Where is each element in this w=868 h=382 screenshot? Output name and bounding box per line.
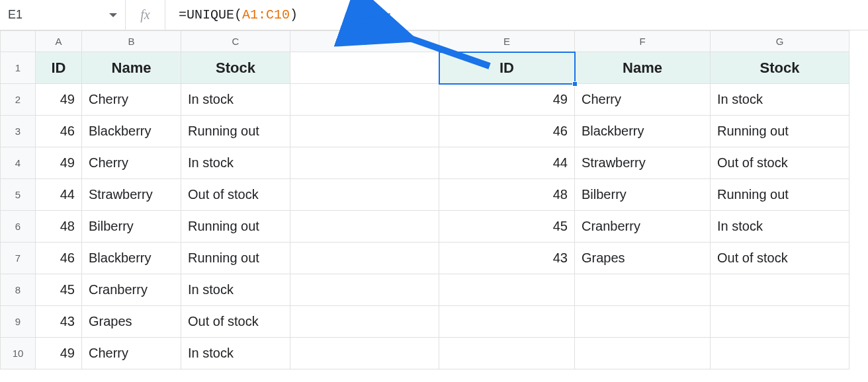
cell-B1[interactable]: Name bbox=[82, 52, 181, 84]
cell-D9[interactable] bbox=[290, 306, 439, 338]
cell-E1[interactable]: ID bbox=[439, 52, 575, 84]
col-header-B[interactable]: B bbox=[82, 31, 181, 52]
cell-F1[interactable]: Name bbox=[575, 52, 711, 84]
cell-A10[interactable]: 49 bbox=[36, 338, 82, 369]
cell-F10[interactable] bbox=[575, 338, 711, 369]
cell-C3[interactable]: Running out bbox=[181, 116, 290, 147]
spreadsheet-grid: A B C D E F G 1 ID Name Stock ID Name St… bbox=[0, 30, 868, 369]
cell-F5[interactable]: Bilberry bbox=[575, 179, 711, 211]
col-header-C[interactable]: C bbox=[181, 31, 290, 52]
col-header-D[interactable]: D bbox=[290, 31, 439, 52]
cell-D3[interactable] bbox=[290, 116, 439, 147]
cell-G2[interactable]: In stock bbox=[711, 84, 849, 116]
chevron-down-icon[interactable] bbox=[109, 13, 117, 17]
cell-E10[interactable] bbox=[439, 338, 575, 369]
table-row: 9 43 Grapes Out of stock bbox=[1, 306, 849, 338]
cell-D10[interactable] bbox=[290, 338, 439, 369]
cell-B10[interactable]: Cherry bbox=[82, 338, 181, 369]
cell-C6[interactable]: Running out bbox=[181, 211, 290, 243]
cell-F6[interactable]: Cranberry bbox=[575, 211, 711, 243]
name-box[interactable]: E1 bbox=[0, 0, 126, 30]
cell-G8[interactable] bbox=[711, 274, 849, 306]
fx-icon[interactable]: fx bbox=[126, 0, 165, 30]
cell-A1[interactable]: ID bbox=[36, 52, 82, 84]
cell-B4[interactable]: Cherry bbox=[82, 147, 181, 179]
cell-E2[interactable]: 49 bbox=[439, 84, 575, 116]
cell-C5[interactable]: Out of stock bbox=[181, 179, 290, 211]
cell-D2[interactable] bbox=[290, 84, 439, 116]
cell-G3[interactable]: Running out bbox=[711, 116, 849, 147]
cell-C9[interactable]: Out of stock bbox=[181, 306, 290, 338]
cell-F4[interactable]: Strawberry bbox=[575, 147, 711, 179]
col-header-G[interactable]: G bbox=[711, 31, 849, 52]
cell-C1[interactable]: Stock bbox=[181, 52, 290, 84]
cell-B2[interactable]: Cherry bbox=[82, 84, 181, 116]
cell-C8[interactable]: In stock bbox=[181, 274, 290, 306]
col-header-F[interactable]: F bbox=[575, 31, 711, 52]
cell-D6[interactable] bbox=[290, 211, 439, 243]
name-box-value: E1 bbox=[8, 8, 22, 22]
cell-A7[interactable]: 46 bbox=[36, 243, 82, 274]
cell-G4[interactable]: Out of stock bbox=[711, 147, 849, 179]
cell-E5[interactable]: 48 bbox=[439, 179, 575, 211]
cell-G7[interactable]: Out of stock bbox=[711, 243, 849, 274]
cell-E9[interactable] bbox=[439, 306, 575, 338]
cell-A5[interactable]: 44 bbox=[36, 179, 82, 211]
row-header-9[interactable]: 9 bbox=[1, 306, 36, 338]
table-row: 10 49 Cherry In stock bbox=[1, 338, 849, 369]
cell-B5[interactable]: Strawberry bbox=[82, 179, 181, 211]
cell-G5[interactable]: Running out bbox=[711, 179, 849, 211]
cell-D7[interactable] bbox=[290, 243, 439, 274]
cell-G10[interactable] bbox=[711, 338, 849, 369]
row-header-10[interactable]: 10 bbox=[1, 338, 36, 369]
cell-B7[interactable]: Blackberry bbox=[82, 243, 181, 274]
cell-F7[interactable]: Grapes bbox=[575, 243, 711, 274]
cell-A8[interactable]: 45 bbox=[36, 274, 82, 306]
row-header-7[interactable]: 7 bbox=[1, 243, 36, 274]
cell-B9[interactable]: Grapes bbox=[82, 306, 181, 338]
cell-G9[interactable] bbox=[711, 306, 849, 338]
cell-F2[interactable]: Cherry bbox=[575, 84, 711, 116]
cell-B3[interactable]: Blackberry bbox=[82, 116, 181, 147]
cell-A3[interactable]: 46 bbox=[36, 116, 82, 147]
cell-B8[interactable]: Cranberry bbox=[82, 274, 181, 306]
cell-A9[interactable]: 43 bbox=[36, 306, 82, 338]
cell-G1[interactable]: Stock bbox=[711, 52, 849, 84]
cell-E4[interactable]: 44 bbox=[439, 147, 575, 179]
cell-D5[interactable] bbox=[290, 179, 439, 211]
row-header-6[interactable]: 6 bbox=[1, 211, 36, 243]
cell-F9[interactable] bbox=[575, 306, 711, 338]
sheet-table[interactable]: A B C D E F G 1 ID Name Stock ID Name St… bbox=[0, 30, 849, 369]
row-header-3[interactable]: 3 bbox=[1, 116, 36, 147]
table-row: 6 48 Bilberry Running out 45 Cranberry I… bbox=[1, 211, 849, 243]
cell-C7[interactable]: Running out bbox=[181, 243, 290, 274]
col-header-A[interactable]: A bbox=[36, 31, 82, 52]
cell-A2[interactable]: 49 bbox=[36, 84, 82, 116]
row-header-1[interactable]: 1 bbox=[1, 52, 36, 84]
cell-D8[interactable] bbox=[290, 274, 439, 306]
table-row: 8 45 Cranberry In stock bbox=[1, 274, 849, 306]
cell-F3[interactable]: Blackberry bbox=[575, 116, 711, 147]
cell-A6[interactable]: 48 bbox=[36, 211, 82, 243]
cell-E3[interactable]: 46 bbox=[439, 116, 575, 147]
formula-input[interactable]: =UNIQUE(A1:C10) bbox=[165, 0, 868, 30]
cell-G6[interactable]: In stock bbox=[711, 211, 849, 243]
cell-A4[interactable]: 49 bbox=[36, 147, 82, 179]
cell-F8[interactable] bbox=[575, 274, 711, 306]
col-header-E[interactable]: E bbox=[439, 31, 575, 52]
cell-C4[interactable]: In stock bbox=[181, 147, 290, 179]
row-header-2[interactable]: 2 bbox=[1, 84, 36, 116]
row-header-8[interactable]: 8 bbox=[1, 274, 36, 306]
cell-C2[interactable]: In stock bbox=[181, 84, 290, 116]
cell-E8[interactable] bbox=[439, 274, 575, 306]
cell-D1[interactable] bbox=[290, 52, 439, 84]
cell-C10[interactable]: In stock bbox=[181, 338, 290, 369]
select-all-corner[interactable] bbox=[1, 31, 36, 52]
cell-B6[interactable]: Bilberry bbox=[82, 211, 181, 243]
formula-close: ) bbox=[290, 7, 298, 22]
row-header-4[interactable]: 4 bbox=[1, 147, 36, 179]
row-header-5[interactable]: 5 bbox=[1, 179, 36, 211]
cell-E7[interactable]: 43 bbox=[439, 243, 575, 274]
cell-D4[interactable] bbox=[290, 147, 439, 179]
cell-E6[interactable]: 45 bbox=[439, 211, 575, 243]
